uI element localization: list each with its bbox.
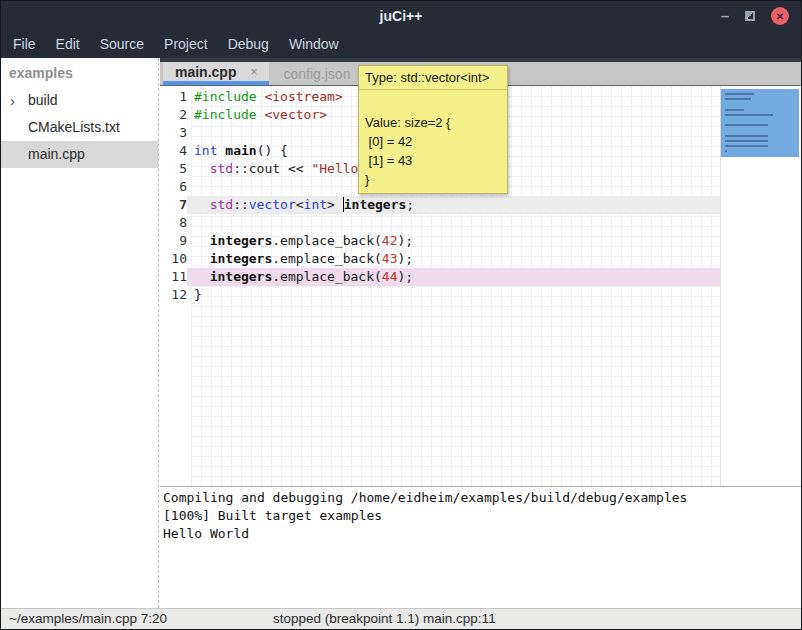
tree-item-label: CMakeLists.txt [28,114,120,141]
code-token [194,251,210,266]
minimap-code-mark [725,114,773,116]
code-token: 43 [382,251,398,266]
code-token: 44 [382,269,398,284]
tab-close-icon[interactable]: × [250,65,257,79]
minimap-code-mark [725,140,768,142]
window-titlebar[interactable]: juCi++ – ✕ [1,1,801,31]
code-token: ); [398,233,414,248]
sidebar-file-tree: examples ›buildCMakeLists.txtmain.cpp [1,58,158,608]
code-token: :: [233,197,249,212]
code-token: <vector> [264,107,327,122]
app-window: juCi++ – ✕ FileEditSourceProjectDebugWin… [0,0,802,630]
restore-icon[interactable] [745,11,755,21]
code-text: } [187,286,720,304]
code-token: ); [398,251,414,266]
output-panel[interactable]: Compiling and debugging /home/eidheim/ex… [160,486,801,608]
line-number: 12 [160,286,187,304]
tree-item-main-cpp[interactable]: main.cpp [1,141,158,168]
tooltip-type-line: Type: std::vector<int> [359,66,507,90]
menu-item-window[interactable]: Window [279,31,349,58]
code-token: integers [210,233,273,248]
tree-item-build[interactable]: ›build [1,87,158,114]
tab-config-json[interactable]: config.json [269,62,364,85]
code-line[interactable]: 7 std::vector<int> integers; [160,196,720,214]
code-token: integers [210,269,273,284]
line-number: 5 [160,160,187,178]
code-token [194,233,210,248]
expander-chevron-icon[interactable]: › [10,87,15,114]
tooltip-value-line: [1] = 43 [365,151,501,170]
minimap-code-mark [725,98,751,100]
code-token: ; [406,197,414,212]
code-text: std::vector<int> integers; [187,196,720,214]
code-token: < [296,197,304,212]
code-text: integers.emplace_back(43); [187,250,720,268]
code-line[interactable]: 11 integers.emplace_back(44); [160,268,720,286]
code-token: std [210,161,233,176]
menu-item-debug[interactable]: Debug [218,31,279,58]
minimize-button[interactable]: – [721,11,729,21]
code-token: <iostream> [264,89,342,104]
tooltip-value-line: } [365,170,501,189]
line-number: 6 [160,178,187,196]
tab-label: config.json [283,66,350,82]
minimap-code-mark [725,109,744,111]
code-text: integers.emplace_back(44); [187,268,720,286]
code-token: .emplace_back( [272,251,382,266]
status-file-position: ~/examples/main.cpp 7:20 [9,609,167,629]
minimap-code-mark [725,145,768,147]
code-token [194,269,210,284]
line-number: 3 [160,124,187,142]
menu-item-source[interactable]: Source [90,31,154,58]
minimap-viewport[interactable] [721,89,799,157]
tooltip-value-line: Value: size=2 { [365,113,501,132]
menu-item-edit[interactable]: Edit [46,31,90,58]
code-token: } [194,287,202,302]
output-line: Hello World [163,525,801,543]
minimap[interactable] [720,86,801,486]
code-token: 42 [382,233,398,248]
line-number: 9 [160,232,187,250]
code-line[interactable]: 9 integers.emplace_back(42); [160,232,720,250]
code-token: int [194,143,217,158]
tab-main-cpp[interactable]: main.cpp× [163,62,269,85]
code-token: #include [194,89,257,104]
window-title: juCi++ [380,8,423,24]
code-token: ::cout << [233,161,311,176]
line-number: 4 [160,142,187,160]
tree-item-label: main.cpp [28,141,85,168]
line-number: 10 [160,250,187,268]
code-token: main [225,143,256,158]
debug-value-tooltip: Type: std::vector<int> Value: size=2 { [… [358,65,508,194]
tree-item-label: build [28,87,58,114]
code-token: int [304,197,327,212]
line-number: 8 [160,214,187,232]
code-token: ); [398,269,414,284]
code-token: .emplace_back( [272,269,382,284]
minimap-code-mark [725,93,754,95]
line-number: 1 [160,88,187,106]
code-line[interactable]: 12} [160,286,720,304]
output-line: [100%] Built target examples [163,507,801,525]
close-button[interactable]: ✕ [771,7,789,25]
code-text [187,214,720,232]
code-token: std [210,197,233,212]
menu-item-project[interactable]: Project [154,31,218,58]
code-token: integers [344,197,407,212]
menu-item-file[interactable]: File [3,31,46,58]
code-line[interactable]: 8 [160,214,720,232]
code-token: () { [257,143,288,158]
line-number: 11 [160,268,187,286]
tooltip-value-line: [0] = 42 [365,132,501,151]
code-token [194,161,210,176]
tree-item-cmakelists-txt[interactable]: CMakeLists.txt [1,114,158,141]
minimap-code-mark [725,124,768,126]
code-line[interactable]: 10 integers.emplace_back(43); [160,250,720,268]
menubar: FileEditSourceProjectDebugWindow [1,31,801,58]
code-token [194,197,210,212]
status-debug-state: stopped (breakpoint 1.1) main.cpp:11 [273,609,496,629]
line-number: 2 [160,106,187,124]
minimap-code-mark [725,150,727,152]
code-text: integers.emplace_back(42); [187,232,720,250]
window-controls: – ✕ [721,1,789,31]
